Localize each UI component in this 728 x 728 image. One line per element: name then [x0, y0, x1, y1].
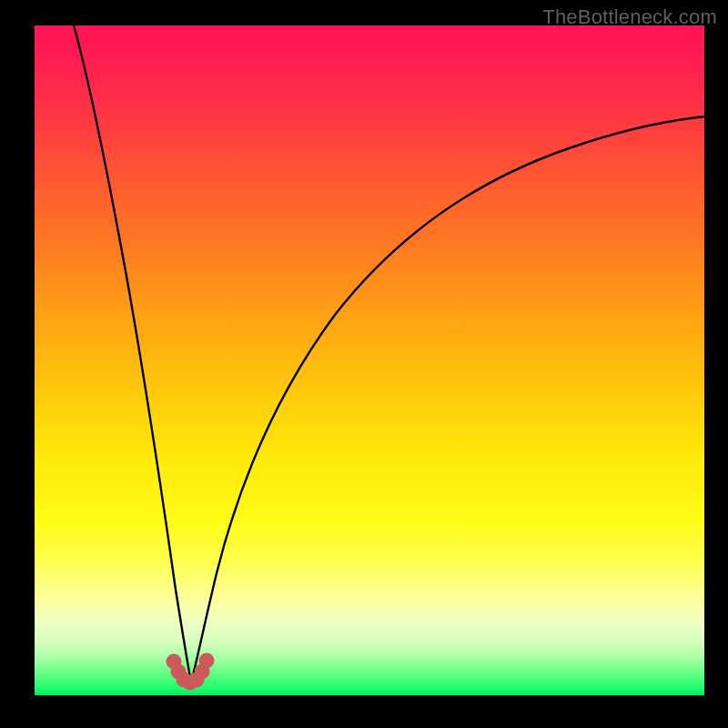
curve-left-branch: [74, 25, 191, 682]
chart-curves: [35, 25, 704, 695]
outer-frame: TheBottleneck.com: [0, 0, 728, 728]
watermark-text: TheBottleneck.com: [542, 5, 717, 29]
svg-point-6: [199, 653, 215, 669]
curve-right-branch: [191, 116, 704, 682]
plot-area: [35, 25, 704, 695]
